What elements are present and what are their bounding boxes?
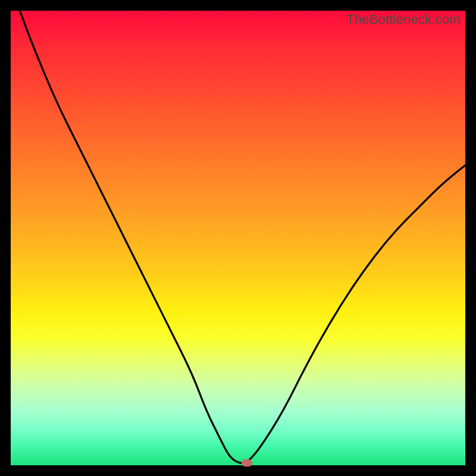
bottleneck-curve [11, 11, 465, 465]
optimal-marker [242, 459, 252, 466]
plot-area: TheBottleneck.com [11, 11, 465, 465]
curve-path [20, 11, 465, 463]
chart-frame: TheBottleneck.com [0, 0, 476, 476]
